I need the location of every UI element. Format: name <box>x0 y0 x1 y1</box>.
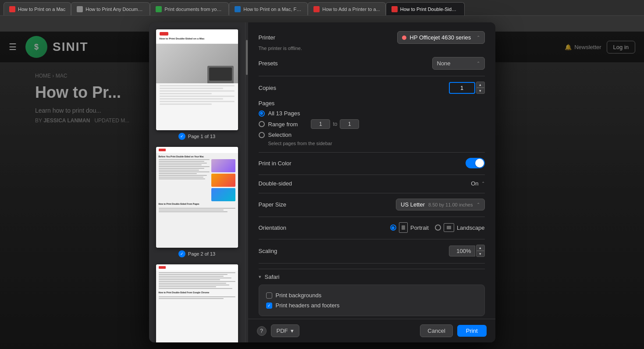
tab-1[interactable]: How to Print on a Mac <box>4 2 71 15</box>
scaling-increment-button[interactable]: ▴ <box>476 245 485 251</box>
presets-select[interactable]: None ⌃ <box>432 57 485 70</box>
pages-label: Pages <box>259 100 485 107</box>
double-sided-label: Double-sided <box>259 180 307 187</box>
pages-all-option[interactable]: All 13 Pages <box>259 110 485 117</box>
landscape-icon <box>444 223 454 232</box>
double-sided-select[interactable]: On ⌃ <box>471 180 484 187</box>
page2-label: ✓ Page 2 of 13 <box>156 250 238 257</box>
presets-chevron-icon: ⌃ <box>477 61 480 66</box>
printer-label: Printer <box>259 34 307 41</box>
tab-6[interactable]: How to Print Double-Sided... <box>386 2 465 15</box>
pdf-label: PDF <box>277 328 288 334</box>
paper-size-control: US Letter 8.50 by 11.00 inches ⌃ <box>307 199 485 210</box>
double-sided-control: On ⌃ <box>307 180 485 187</box>
print-button[interactable]: Print <box>457 325 487 337</box>
print-backgrounds-label: Print backgrounds <box>276 292 322 299</box>
settings-scroll-area[interactable]: Printer HP Officejet 4630 series ⌃ The p… <box>248 22 495 319</box>
page2-preview[interactable]: Before You Print Double-Sided on Your Ma… <box>156 147 238 257</box>
presets-control: None ⌃ <box>307 57 485 70</box>
copies-row: Copies ▴ ▾ <box>259 82 485 94</box>
tab6-label: How to Print Double-Sided... <box>400 7 459 12</box>
range-to-input[interactable] <box>340 119 359 129</box>
portrait-icon <box>399 222 408 233</box>
safari-title: Safari <box>265 274 280 280</box>
tab3-favicon <box>156 6 162 12</box>
print-headers-checkbox[interactable]: ✓ <box>266 303 272 309</box>
page3-preview[interactable]: How to Print Double-Sided From Google Ch… <box>156 264 238 342</box>
cancel-button[interactable]: Cancel <box>420 324 452 337</box>
pages-all-radio[interactable] <box>259 110 265 117</box>
color-toggle[interactable] <box>466 158 485 168</box>
selection-hint: Select pages from the sidebar <box>268 141 485 146</box>
pages-selection-radio[interactable] <box>259 132 265 138</box>
landscape-option[interactable]: Landscape <box>435 223 485 232</box>
color-label: Print in Color <box>259 160 307 167</box>
help-button[interactable]: ? <box>257 326 267 336</box>
divider-5 <box>259 217 485 217</box>
page2-label-text: Page 2 of 13 <box>188 251 215 256</box>
copies-increment-button[interactable]: ▴ <box>476 82 485 88</box>
page1-content: How to Print Double-Sided on a Mac <box>156 29 238 130</box>
scaling-input-wrap: ▴ ▾ <box>449 245 485 257</box>
double-sided-value: On <box>471 180 478 187</box>
page1-check-icon: ✓ <box>178 133 185 140</box>
printer-row: Printer HP Officejet 4630 series ⌃ <box>259 31 485 44</box>
pdf-button[interactable]: PDF ▾ <box>271 324 299 337</box>
page3-content: How to Print Double-Sided From Google Ch… <box>156 264 238 342</box>
tab4-label: How to Print on a Mac, Fro... <box>243 7 302 12</box>
page1-image: How to Print Double-Sided on a Mac <box>156 29 238 130</box>
printer-name: HP Officejet 4630 series <box>410 34 473 41</box>
divider-1 <box>259 76 485 76</box>
pages-range-radio[interactable] <box>259 121 265 127</box>
pages-selection-label: Selection <box>268 132 292 138</box>
toggle-knob <box>475 159 484 167</box>
double-sided-chevron-icon: ⌃ <box>481 181 485 186</box>
portrait-option[interactable]: Portrait <box>390 222 429 233</box>
tab-3[interactable]: Print documents from your... <box>150 2 229 15</box>
page1-label: ✓ Page 1 of 13 <box>156 133 238 140</box>
range-from-input[interactable] <box>311 119 330 129</box>
page1-label-text: Page 1 of 13 <box>188 134 215 139</box>
orientation-control: Portrait Landscape <box>307 222 485 233</box>
divider-7 <box>259 263 485 264</box>
paper-size-chevron-icon: ⌃ <box>477 202 480 207</box>
tab4-favicon <box>235 6 241 12</box>
tab3-label: Print documents from your... <box>164 7 223 12</box>
landscape-radio[interactable] <box>435 224 441 231</box>
scaling-decrement-button[interactable]: ▾ <box>476 251 485 257</box>
tab2-favicon <box>77 6 83 12</box>
checkbox-check-icon: ✓ <box>267 303 271 308</box>
printer-offline-dot <box>402 36 406 40</box>
printer-select[interactable]: HP Officejet 4630 series ⌃ <box>397 31 485 44</box>
page1-preview[interactable]: How to Print Double-Sided on a Mac <box>156 29 238 140</box>
safari-accordion-header[interactable]: ▾ Safari <box>259 269 485 285</box>
tab-2[interactable]: How to Print Any Documen... <box>71 2 150 15</box>
divider-3 <box>259 174 485 175</box>
page2-check-icon: ✓ <box>178 250 185 257</box>
tab5-favicon <box>313 6 320 12</box>
copies-decrement-button[interactable]: ▾ <box>476 88 485 94</box>
pages-section: Pages All 13 Pages Range from to <box>259 100 485 146</box>
divider-4 <box>259 193 485 193</box>
scaling-control: ▴ ▾ <box>307 245 485 257</box>
scaling-stepper: ▴ ▾ <box>476 245 485 257</box>
tab-4[interactable]: How to Print on a Mac, Fro... <box>229 2 308 15</box>
print-backgrounds-checkbox[interactable] <box>266 292 272 299</box>
tab5-label: How to Add a Printer to a... <box>322 7 380 12</box>
safari-section: Print backgrounds ✓ Print headers and fo… <box>259 285 485 316</box>
safari-arrow-icon: ▾ <box>259 274 261 280</box>
paper-size-select[interactable]: US Letter 8.50 by 11.00 inches ⌃ <box>396 199 484 210</box>
tab-5[interactable]: How to Add a Printer to a... <box>308 2 385 15</box>
preview-scrollbar[interactable] <box>246 22 248 342</box>
pages-all-label: All 13 Pages <box>268 110 300 117</box>
scaling-input[interactable] <box>449 246 475 256</box>
scaling-row: Scaling ▴ ▾ <box>259 245 485 257</box>
copies-input[interactable] <box>449 82 475 94</box>
preview-panel: How to Print Double-Sided on a Mac <box>149 22 246 342</box>
print-dialog: How to Print Double-Sided on a Mac <box>149 22 495 342</box>
pages-range-option[interactable]: Range from to <box>259 119 485 129</box>
pages-selection-option[interactable]: Selection <box>259 132 485 138</box>
paper-size-row: Paper Size US Letter 8.50 by 11.00 inche… <box>259 199 485 210</box>
tab2-label: How to Print Any Documen... <box>85 7 144 12</box>
portrait-radio[interactable] <box>390 224 396 231</box>
